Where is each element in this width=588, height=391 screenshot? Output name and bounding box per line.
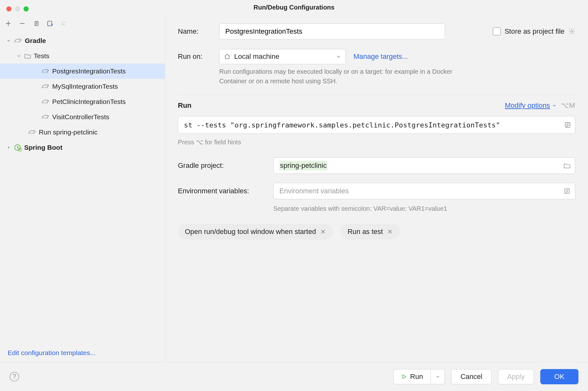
chip-label: Open run/debug tool window when started: [185, 228, 316, 236]
chevron-down-icon: [6, 38, 11, 43]
field-hint: Press ⌥ for field hints: [178, 138, 575, 146]
option-chip-run-as-test[interactable]: Run as test ✕: [340, 224, 400, 240]
window-controls: [6, 6, 29, 11]
minimize-window-icon: [15, 6, 20, 11]
tree-node-spring-boot[interactable]: Spring Boot: [0, 140, 165, 155]
chip-label: Run as test: [347, 228, 383, 236]
run-dropdown-button[interactable]: [431, 369, 445, 384]
remove-chip-icon[interactable]: ✕: [320, 228, 326, 236]
folder-browse-icon[interactable]: [564, 162, 570, 169]
remove-configuration-icon[interactable]: [18, 20, 26, 27]
folder-icon: [24, 53, 31, 59]
cancel-button[interactable]: Cancel: [451, 369, 491, 384]
copy-configuration-icon[interactable]: [32, 20, 40, 27]
tree-item-petclinic-tests[interactable]: PetClinicIntegrationTests: [0, 94, 165, 109]
gear-icon[interactable]: [568, 28, 575, 35]
tree-label: Gradle: [25, 37, 46, 45]
env-vars-placeholder: Environment variables: [279, 187, 349, 195]
option-chip-open-tool-window[interactable]: Open run/debug tool window when started …: [178, 224, 333, 240]
gradle-icon: [28, 129, 36, 136]
gradle-icon: [14, 37, 22, 44]
run-on-label: Run on:: [178, 52, 219, 61]
titlebar: Run/Debug Configurations: [0, 0, 588, 15]
ok-button[interactable]: OK: [540, 369, 578, 384]
svg-point-16: [571, 31, 573, 32]
list-edit-icon[interactable]: [564, 188, 570, 195]
add-configuration-icon[interactable]: [4, 20, 12, 27]
tree-item-run-spring-petclinic[interactable]: Run spring-petclinic: [0, 125, 165, 140]
gradle-project-value: spring-petclinic: [279, 161, 327, 170]
help-icon[interactable]: ?: [10, 372, 19, 381]
main-panel: Name: Store as project file Run on: Loca: [165, 15, 588, 362]
chevron-down-icon: [16, 54, 22, 58]
run-on-value: Local machine: [234, 52, 279, 61]
apply-button-label: Apply: [507, 373, 525, 381]
sidebar: az Gradle: [0, 15, 165, 362]
chevron-right-icon: [6, 145, 11, 150]
run-command-text: st --tests "org.springframework.samples.…: [184, 121, 500, 129]
tree-item-postgres-tests[interactable]: PostgresIntegrationTests: [0, 64, 165, 79]
run-button-label: Run: [410, 373, 423, 381]
dialog-title: Run/Debug Configurations: [254, 4, 334, 11]
run-on-help-text: Run configurations may be executed local…: [219, 67, 480, 86]
manage-targets-link[interactable]: Manage targets...: [354, 52, 408, 61]
env-vars-label: Environment variables:: [178, 187, 273, 195]
tree-item-visitcontroller-tests[interactable]: VisitControllerTests: [0, 109, 165, 125]
tree-label: Spring Boot: [24, 144, 62, 151]
tree-label: MySqlIntegrationTests: [52, 83, 118, 90]
tree-label: Run spring-petclinic: [39, 128, 97, 136]
modify-options-label: Modify options: [505, 101, 550, 110]
tree-label: VisitControllerTests: [52, 113, 109, 121]
close-window-icon[interactable]: [6, 6, 11, 11]
dialog-window: Run/Debug Configurations az: [0, 0, 588, 391]
svg-marker-25: [403, 375, 406, 379]
env-vars-input[interactable]: Environment variables: [273, 183, 575, 199]
store-as-project-checkbox[interactable]: [493, 27, 501, 36]
tree-item-mysql-tests[interactable]: MySqlIntegrationTests: [0, 79, 165, 94]
home-icon: [224, 53, 230, 60]
modify-options-shortcut: ⌥M: [561, 101, 575, 110]
save-configuration-icon[interactable]: [46, 20, 54, 27]
spring-boot-icon: [14, 144, 22, 151]
name-input[interactable]: [219, 24, 445, 39]
footer: ? Run Cancel Apply OK: [0, 362, 588, 391]
sort-az-icon: az: [60, 20, 68, 27]
run-button[interactable]: Run: [393, 369, 431, 384]
ok-button-label: OK: [554, 373, 564, 381]
remove-chip-icon[interactable]: ✕: [387, 228, 393, 236]
section-run-title: Run: [178, 101, 192, 110]
sidebar-toolbar: az: [0, 17, 165, 32]
gradle-icon: [41, 68, 50, 75]
svg-text:z: z: [64, 24, 66, 26]
tree-node-tests-folder[interactable]: Tests: [0, 48, 165, 64]
configurations-tree: Gradle Tests PostgresIntegrationTests: [0, 32, 165, 344]
cancel-button-label: Cancel: [460, 373, 482, 381]
run-on-select[interactable]: Local machine: [219, 49, 346, 64]
apply-button: Apply: [498, 369, 534, 384]
expand-icon[interactable]: [564, 121, 571, 128]
tree-label: PostgresIntegrationTests: [52, 67, 126, 75]
svg-rect-7: [48, 21, 52, 26]
store-as-project-label: Store as project file: [505, 27, 564, 36]
run-command-input[interactable]: st --tests "org.springframework.samples.…: [178, 116, 575, 134]
gradle-project-input[interactable]: spring-petclinic: [273, 157, 575, 174]
edit-templates-link[interactable]: Edit configuration templates...: [8, 349, 96, 356]
gradle-icon: [41, 98, 50, 105]
zoom-window-icon[interactable]: [24, 6, 29, 11]
env-vars-hint: Separate variables with semicolon: VAR=v…: [273, 205, 575, 212]
tree-label: PetClinicIntegrationTests: [52, 98, 126, 106]
tree-node-gradle[interactable]: Gradle: [0, 33, 165, 48]
name-label: Name:: [178, 27, 219, 36]
gradle-icon: [41, 113, 50, 120]
gradle-project-label: Gradle project:: [178, 161, 273, 170]
gradle-icon: [41, 83, 50, 90]
run-button-group: Run: [393, 369, 445, 384]
modify-options-link[interactable]: Modify options: [505, 101, 556, 110]
tree-label: Tests: [34, 52, 49, 60]
chevron-down-icon: [336, 54, 341, 59]
